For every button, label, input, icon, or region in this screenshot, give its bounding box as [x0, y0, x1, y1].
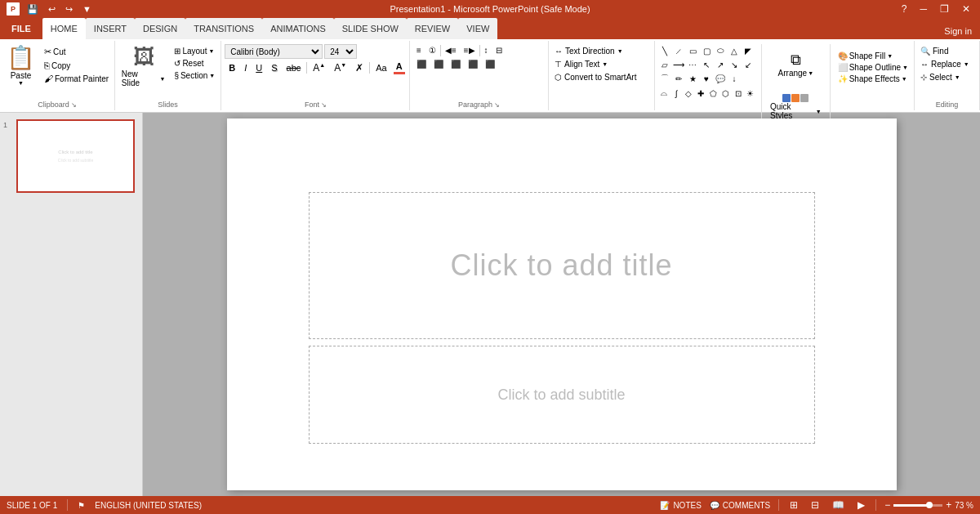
font-expand[interactable]: ↘ [321, 101, 327, 109]
shadow-button[interactable]: S [267, 61, 281, 74]
shape-triangle[interactable]: △ [728, 44, 741, 57]
shape-rect[interactable]: ▭ [686, 44, 699, 57]
align-right-button[interactable]: ⬛ [448, 58, 464, 70]
decrease-indent-button[interactable]: ◀≡ [442, 44, 460, 56]
bullets-button[interactable]: ≡ [413, 44, 425, 56]
shape-heart[interactable]: ♥ [700, 72, 713, 85]
layout-button[interactable]: ⊞ Layout ▼ [172, 46, 217, 56]
convert-smartart-button[interactable]: ⬡ Convert to SmartArt [552, 72, 651, 83]
shape-outline-button[interactable]: ⬜ Shape Outline ▼ [835, 62, 911, 73]
slide-thumbnail-1[interactable]: Click to add title Click to add subtitle [16, 119, 135, 193]
shape-down-arrow[interactable]: ↓ [728, 72, 741, 85]
shape-diamond[interactable]: ◇ [683, 87, 694, 100]
tab-file[interactable]: FILE [0, 18, 42, 39]
tab-slide-show[interactable]: SLIDE SHOW [334, 18, 407, 39]
tab-review[interactable]: REVIEW [407, 18, 458, 39]
paragraph-expand[interactable]: ↘ [494, 101, 500, 109]
shape-rtriangle[interactable]: ◤ [742, 44, 755, 57]
customize-quick-access[interactable]: ▼ [80, 3, 94, 15]
zoom-slider[interactable] [893, 504, 942, 507]
slide-sorter-button[interactable]: ⊟ [808, 498, 822, 512]
justify-button[interactable]: ⬛ [465, 58, 481, 70]
strikethrough-button[interactable]: abc [283, 61, 305, 74]
new-slide-button[interactable]: 🖼 New Slide ▼ [118, 42, 169, 99]
columns-button[interactable]: ⊟ [492, 44, 506, 56]
normal-view-button[interactable]: ⊞ [787, 498, 800, 512]
tab-home[interactable]: HOME [42, 18, 86, 39]
shape-freeform[interactable]: ✏ [672, 72, 685, 85]
sign-in-button[interactable]: Sign in [936, 23, 980, 39]
cut-button[interactable]: ✂ Cut [42, 46, 111, 58]
title-placeholder[interactable]: Click to add title [309, 192, 815, 339]
minimize-button[interactable]: ─ [916, 3, 930, 15]
clear-format-button[interactable]: ✗ [351, 60, 368, 75]
tab-transitions[interactable]: TRANSITIONS [185, 18, 262, 39]
reading-view-button[interactable]: 📖 [830, 498, 847, 512]
shape-arrow5[interactable]: ↙ [742, 58, 755, 71]
tab-animations[interactable]: ANIMATIONS [262, 18, 334, 39]
increase-indent-button[interactable]: ≡▶ [461, 44, 479, 56]
zoom-out-button[interactable]: − [884, 499, 890, 511]
arrange-button[interactable]: ⧉ Arrange ▼ [775, 44, 817, 85]
shape-callout[interactable]: 💬 [714, 72, 727, 85]
decrease-font-button[interactable]: A▼ [330, 60, 350, 75]
slide-1-thumb[interactable]: 1 Click to add title Click to add subtit… [3, 119, 139, 193]
numbering-button[interactable]: ① [425, 44, 439, 56]
shape-cube[interactable]: ⊡ [733, 87, 744, 100]
restore-button[interactable]: ❐ [937, 3, 952, 15]
format-painter-button[interactable]: 🖌 Format Painter [42, 73, 111, 84]
font-color-button[interactable]: A [392, 60, 407, 75]
close-button[interactable]: ✕ [959, 3, 973, 15]
increase-font-button[interactable]: A▲ [309, 60, 329, 75]
align-center-button[interactable]: ⬛ [430, 58, 447, 70]
redo-quick-access[interactable]: ↪ [63, 3, 75, 16]
change-case-button[interactable]: Aa [372, 61, 390, 74]
undo-quick-access[interactable]: ↩ [46, 3, 58, 16]
zoom-level[interactable]: 73 % [955, 501, 973, 510]
italic-button[interactable]: I [240, 61, 251, 74]
reset-button[interactable]: ↺ Reset [172, 58, 217, 69]
save-quick-access[interactable]: 💾 [24, 3, 41, 16]
select-button[interactable]: ⊹ Select ▼ [918, 72, 976, 83]
shape-line[interactable]: ╲ [658, 44, 671, 57]
line-spacing-button[interactable]: ↕ [481, 44, 492, 56]
help-button[interactable]: ? [898, 3, 911, 15]
font-size-select[interactable]: 24 [324, 44, 357, 59]
notes-button[interactable]: 📝 NOTES [660, 501, 701, 510]
shape-arrow2[interactable]: ↖ [700, 58, 713, 71]
align-text-button[interactable]: ⊤ Align Text ▼ [552, 59, 651, 69]
presenter-view-button[interactable]: ▶ [855, 498, 867, 512]
clipboard-expand[interactable]: ↘ [71, 101, 77, 109]
replace-button[interactable]: ↔ Replace ▼ [918, 59, 976, 69]
paste-dropdown-arrow[interactable]: ▼ [18, 80, 24, 86]
font-name-select[interactable]: Calibri (Body) [225, 44, 323, 59]
shape-curve[interactable]: ⌒ [658, 72, 671, 85]
shape-sun[interactable]: ☀ [745, 87, 756, 100]
accessibility-check[interactable]: ⚑ [78, 501, 85, 510]
shape-roundrect[interactable]: ▢ [700, 44, 713, 57]
tab-insert[interactable]: INSERT [86, 18, 135, 39]
justify-low-button[interactable]: ⬛ [482, 58, 498, 70]
shape-penta[interactable]: ⬠ [708, 87, 719, 100]
bold-button[interactable]: B [225, 61, 239, 74]
subtitle-placeholder[interactable]: Click to add subtitle [309, 346, 815, 444]
shape-cross[interactable]: ✚ [695, 87, 706, 100]
shape-more[interactable]: ⋯ [686, 58, 699, 71]
shape-arc[interactable]: ⌓ [658, 87, 670, 100]
tab-design[interactable]: DESIGN [135, 18, 185, 39]
zoom-in-button[interactable]: + [946, 499, 951, 511]
align-left-button[interactable]: ⬛ [413, 58, 430, 70]
shape-arrow3[interactable]: ↗ [714, 58, 727, 71]
zoom-slider-thumb[interactable] [926, 502, 933, 508]
shape-oval[interactable]: ⬭ [714, 44, 727, 57]
new-slide-dropdown[interactable]: ▼ [159, 76, 165, 82]
comments-button[interactable]: 💬 COMMENTS [710, 501, 770, 510]
text-direction-button[interactable]: ↔ Text Direction ▼ [552, 46, 651, 56]
underline-button[interactable]: U [252, 61, 266, 74]
shape-hexa[interactable]: ⬡ [720, 87, 732, 100]
section-button[interactable]: § Section ▼ [172, 70, 217, 81]
tab-view[interactable]: VIEW [458, 18, 497, 39]
language[interactable]: ENGLISH (UNITED STATES) [95, 501, 202, 510]
copy-button[interactable]: ⎘ Copy [42, 60, 111, 71]
shape-bezier[interactable]: ∫ [670, 87, 682, 100]
